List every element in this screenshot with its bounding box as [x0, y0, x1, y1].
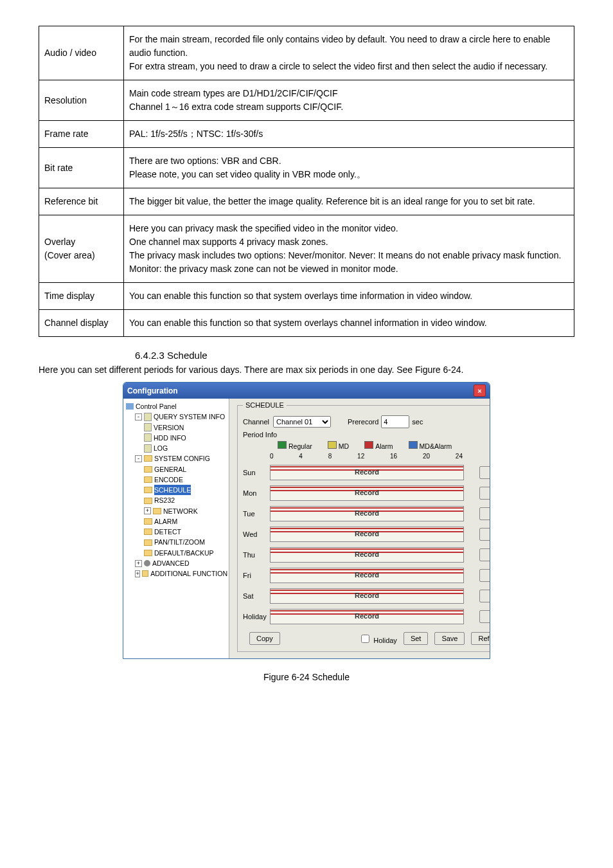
tree-item[interactable]: LOG [126, 443, 227, 453]
day-row: WedRecordSet [243, 527, 490, 542]
day-timeline[interactable]: Record [270, 568, 464, 583]
folder-icon [144, 455, 152, 462]
section-heading: 6.4.2.3 Schedule [135, 350, 574, 361]
folder-icon [144, 466, 152, 473]
tree-item[interactable]: +NETWORK [126, 506, 227, 516]
tree-item[interactable]: VERSION [126, 422, 227, 433]
channel-label: Channel [243, 418, 269, 426]
set-button[interactable]: Set [479, 548, 490, 561]
day-label: Holiday [243, 613, 270, 620]
collapse-icon[interactable]: - [135, 455, 142, 462]
panel-legend: SCHEDULE [243, 401, 287, 409]
regular-swatch-icon [278, 441, 287, 449]
row-label: Overlay (Cover area) [39, 215, 124, 283]
day-timeline[interactable]: Record [270, 609, 464, 624]
folder-icon [142, 570, 148, 577]
set-button[interactable]: Set [479, 507, 490, 520]
page-icon [144, 413, 152, 421]
row-label: Frame rate [39, 121, 124, 148]
day-label: Sun [243, 469, 270, 476]
tree-item[interactable]: DEFAULT/BACKUP [126, 548, 227, 558]
tree-item[interactable]: ENCODE [126, 475, 227, 485]
collapse-icon[interactable]: - [135, 413, 142, 420]
row-content: The bigger bit value, the better the ima… [124, 188, 574, 215]
tree-item[interactable]: DETECT [126, 527, 227, 537]
day-timeline[interactable]: Record [270, 465, 464, 480]
tree-group-additional[interactable]: +ADDITIONAL FUNCTION [126, 568, 227, 579]
config-window: Configuration × Control Panel -QUERY SYS… [123, 382, 490, 659]
set-button[interactable]: Set [479, 466, 490, 479]
tree-item[interactable]: GENERAL [126, 464, 227, 475]
tree-group-query[interactable]: -QUERY SYSTEM INFO [126, 411, 227, 422]
save-button[interactable]: Save [434, 632, 465, 645]
bar-label: Record [271, 468, 463, 476]
day-row: HolidayRecordSet [243, 609, 490, 624]
bar-label: Record [271, 509, 463, 517]
md-swatch-icon [328, 441, 337, 449]
row-content: You can enable this function so that sys… [124, 310, 574, 337]
folder-icon [144, 539, 152, 546]
holiday-checkbox[interactable] [361, 635, 369, 643]
row-content: PAL: 1f/s-25f/s；NTSC: 1f/s-30f/s [124, 121, 574, 148]
page-icon [144, 423, 152, 431]
bar-label: Record [271, 612, 463, 620]
day-label: Fri [243, 572, 270, 579]
day-timeline[interactable]: Record [270, 527, 464, 542]
day-label: Wed [243, 530, 270, 538]
folder-icon [144, 550, 152, 556]
set-button[interactable]: Set [479, 569, 490, 582]
day-timeline[interactable]: Record [270, 485, 464, 501]
close-button[interactable]: × [474, 384, 486, 397]
tree-item-schedule[interactable]: SCHEDULE [126, 485, 227, 495]
set-button[interactable]: Set [479, 590, 490, 602]
channel-select[interactable]: Channel 01 [273, 416, 331, 428]
set-button[interactable]: Set [479, 528, 490, 541]
expand-icon[interactable]: + [135, 570, 140, 577]
prerecord-label: Prerecord [348, 418, 378, 426]
set-button[interactable]: Set [479, 610, 490, 623]
tree-item[interactable]: RS232 [126, 495, 227, 505]
expand-icon[interactable]: + [135, 560, 142, 567]
folder-icon [153, 508, 161, 514]
tree-item[interactable]: HDD INFO [126, 433, 227, 443]
nav-tree[interactable]: Control Panel -QUERY SYSTEM INFO VERSION… [123, 399, 229, 658]
window-title: Configuration [127, 386, 178, 395]
folder-icon [144, 529, 152, 535]
tree-item[interactable]: ALARM [126, 516, 227, 527]
prerecord-unit: sec [412, 418, 423, 426]
day-row: ThuRecordSet [243, 547, 490, 563]
bar-label: Record [271, 592, 463, 599]
page-icon [144, 444, 152, 453]
day-timeline[interactable]: Record [270, 506, 464, 521]
record-type-legend: Regular MD Alarm MD&Alarm [278, 441, 490, 450]
alarm-swatch-icon [364, 441, 373, 449]
set-button[interactable]: Set [479, 487, 490, 500]
tree-item[interactable]: PAN/TILT/ZOOM [126, 537, 227, 547]
day-row: FriRecordSet [243, 568, 490, 583]
spec-table: Audio / video For the main stream, recor… [39, 26, 574, 337]
tree-root[interactable]: Control Panel [126, 401, 227, 411]
refresh-button[interactable]: Refresh [471, 632, 490, 645]
day-timeline[interactable]: Record [270, 588, 464, 604]
mdalarm-swatch-icon [409, 441, 418, 449]
row-content: Main code stream types are D1/HD1/2CIF/C… [124, 80, 574, 121]
row-content: Here you can privacy mask the specified … [124, 215, 574, 283]
day-timeline[interactable]: Record [270, 547, 464, 563]
day-row: TueRecordSet [243, 506, 490, 521]
copy-button[interactable]: Copy [249, 632, 280, 645]
bar-label: Record [271, 571, 463, 579]
folder-icon [144, 498, 152, 504]
bar-label: Record [271, 550, 463, 558]
day-label: Thu [243, 551, 270, 559]
bar-label: Record [271, 489, 463, 496]
set-button-bottom[interactable]: Set [404, 632, 429, 645]
bar-label: Record [271, 530, 463, 538]
tree-group-system[interactable]: -SYSTEM CONFIG [126, 453, 227, 464]
holiday-checkbox-label[interactable]: Holiday [359, 633, 397, 645]
row-label: Resolution [39, 80, 124, 121]
row-label: Channel display [39, 310, 124, 337]
prerecord-input[interactable] [381, 415, 409, 428]
tree-group-advanced[interactable]: +ADVANCED [126, 558, 227, 568]
expand-icon[interactable]: + [144, 507, 151, 514]
body-text: Here you can set different periods for v… [39, 363, 574, 377]
